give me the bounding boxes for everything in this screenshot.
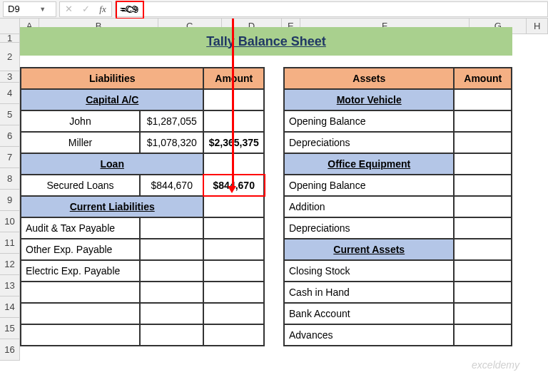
row-label: Advances — [284, 324, 454, 346]
loan-section: Loan — [21, 153, 203, 175]
row-label: Addition — [284, 196, 454, 217]
watermark: exceldemy — [472, 359, 519, 371]
row-header[interactable]: 14 — [0, 296, 20, 318]
row-header[interactable]: 11 — [0, 232, 20, 254]
name-box-value: D9 — [4, 4, 30, 14]
office-section: Office Equipment — [284, 153, 454, 175]
spreadsheet-grid: A B C D E F G H 1 2 3 4 5 6 7 8 9 10 11 … — [0, 19, 548, 361]
row-label: John — [21, 110, 140, 132]
amount-header: Amount — [454, 68, 512, 89]
row-header[interactable]: 10 — [0, 211, 20, 232]
row-label: Other Exp. Payable — [21, 239, 140, 260]
row-label: Depreciations — [284, 132, 454, 153]
formula-bar-icons: ✕ ✓ fx — [59, 1, 112, 17]
row-label: Miller — [21, 132, 140, 153]
row-header[interactable]: 4 — [0, 83, 20, 104]
row-label: Electric Exp. Payable — [21, 260, 140, 282]
title-band: Tally Balance Sheet — [20, 27, 512, 56]
formula-bar: D9 ▼ ✕ ✓ fx =C9 =C9 — [0, 0, 548, 19]
row-label: Cash in Hand — [284, 282, 454, 303]
row-label: Opening Balance — [284, 110, 454, 132]
row-headers: 1 2 3 4 5 6 7 8 9 10 11 12 13 14 15 16 — [0, 34, 20, 361]
row-header[interactable]: 2 — [0, 43, 20, 71]
row-header[interactable]: 12 — [0, 254, 20, 275]
row-header[interactable]: 8 — [0, 168, 20, 190]
accept-icon[interactable]: ✓ — [77, 4, 94, 14]
cancel-icon[interactable]: ✕ — [60, 4, 77, 14]
col-header[interactable]: H — [527, 19, 548, 34]
assets-header: Assets — [284, 68, 454, 89]
dropdown-icon[interactable]: ▼ — [30, 6, 56, 13]
row-header[interactable]: 13 — [0, 275, 20, 296]
row-amount: $844,670 — [203, 175, 264, 196]
liabilities-table: LiabilitiesAmount Capital A/C John$1,287… — [20, 67, 265, 346]
row-header[interactable]: 15 — [0, 318, 20, 339]
row-value: $1,287,055 — [140, 110, 204, 132]
formula-text: =C9 — [120, 4, 137, 14]
row-label: Opening Balance — [284, 175, 454, 196]
row-label: Bank Account — [284, 303, 454, 324]
select-all[interactable] — [0, 19, 20, 34]
row-header[interactable]: 3 — [0, 71, 20, 83]
assets-table: AssetsAmount Motor Vehicle Opening Balan… — [283, 67, 512, 346]
fx-icon[interactable]: fx — [94, 4, 111, 15]
row-label: Secured Loans — [21, 175, 140, 196]
row-header[interactable]: 7 — [0, 147, 20, 168]
row-amount: $2,365,375 — [203, 132, 264, 153]
capital-section: Capital A/C — [21, 89, 203, 110]
motor-section: Motor Vehicle — [284, 89, 454, 110]
current-assets-section: Current Assets — [284, 239, 454, 260]
row-header[interactable]: 16 — [0, 339, 20, 361]
page-title: Tally Balance Sheet — [206, 34, 326, 49]
row-header[interactable]: 1 — [0, 34, 20, 43]
amount-header: Amount — [203, 68, 264, 89]
liabilities-header: Liabilities — [21, 68, 203, 89]
row-header[interactable]: 6 — [0, 125, 20, 147]
row-label: Audit & Tax Payable — [21, 217, 140, 239]
row-value: $1,078,320 — [140, 132, 204, 153]
row-header[interactable]: 5 — [0, 104, 20, 125]
row-label: Closing Stock — [284, 260, 454, 282]
row-label: Depreciations — [284, 217, 454, 239]
formula-input[interactable]: =C9 =C9 — [115, 1, 548, 17]
current-liab-section: Current Liabilities — [21, 196, 203, 217]
row-header[interactable]: 9 — [0, 190, 20, 211]
row-value: $844,670 — [140, 175, 204, 196]
name-box[interactable]: D9 ▼ — [3, 1, 56, 17]
